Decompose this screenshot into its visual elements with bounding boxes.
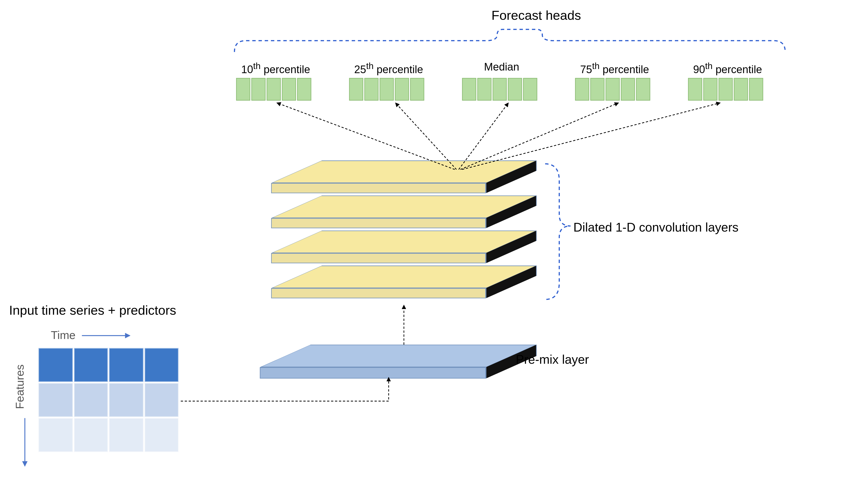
- input-grid: [38, 348, 179, 452]
- forecast-head-cell: [749, 78, 763, 100]
- forecast-head-label: 25th percentile: [343, 61, 434, 76]
- input-grid-cell: [38, 418, 72, 452]
- forecast-head-label: 10th percentile: [230, 61, 321, 76]
- forecast-head-group: [236, 78, 311, 100]
- input-grid-cell: [38, 383, 72, 417]
- dilated-layers-brace: [545, 164, 570, 300]
- forecast-head-cell: [718, 78, 733, 100]
- forecast-head-cell: [236, 78, 250, 100]
- forecast-head-group: [349, 78, 424, 100]
- forecast-head-group: [688, 78, 763, 100]
- forecast-head-cell: [267, 78, 281, 100]
- forecast-head-group: [575, 78, 650, 100]
- forecast-head-cell: [523, 78, 537, 100]
- input-xaxis-label: Time: [51, 329, 75, 342]
- input-grid-cell: [74, 418, 108, 452]
- forecast-head-label: Median: [456, 61, 547, 73]
- input-grid-cell: [144, 383, 178, 417]
- forecast-head-cell: [297, 78, 311, 100]
- forecast-head-cell: [251, 78, 266, 100]
- input-grid-cell: [144, 348, 178, 382]
- input-grid-cell: [144, 418, 178, 452]
- svg-line-3: [461, 103, 619, 170]
- dilated-layers-label: Dilated 1-D convolution layers: [573, 220, 739, 235]
- forecast-heads-brace: [235, 29, 785, 52]
- forecast-head-cell: [410, 78, 424, 100]
- forecast-head-cell: [462, 78, 476, 100]
- forecast-head-cell: [590, 78, 604, 100]
- forecast-head-cell: [734, 78, 748, 100]
- svg-line-4: [462, 103, 720, 170]
- forecast-head-cell: [636, 78, 650, 100]
- input-grid-cell: [74, 348, 108, 382]
- forecast-head-cell: [477, 78, 492, 100]
- forecast-head-group: [462, 78, 537, 100]
- forecast-head-cell: [703, 78, 717, 100]
- forecast-head-label: 90th percentile: [682, 61, 773, 76]
- forecast-head-cell: [282, 78, 296, 100]
- forecast-head-cell: [493, 78, 507, 100]
- input-grid-cell: [74, 383, 108, 417]
- forecast-head-label: 75th percentile: [569, 61, 660, 76]
- input-grid-cell: [38, 348, 72, 382]
- forecast-head-cell: [379, 78, 394, 100]
- input-grid-cell: [109, 348, 143, 382]
- premix-label: Pre-mix layer: [516, 353, 589, 367]
- input-title: Input time series + predictors: [9, 303, 176, 318]
- fanout-arrows: [277, 103, 720, 170]
- forecast-head-cell: [575, 78, 589, 100]
- forecast-head-cell: [508, 78, 522, 100]
- forecast-head-cell: [688, 78, 702, 100]
- forecast-head-cell: [364, 78, 378, 100]
- forecast-head-cell: [621, 78, 635, 100]
- input-grid-cell: [109, 418, 143, 452]
- forecast-head-cell: [395, 78, 409, 100]
- forecast-head-cell: [349, 78, 363, 100]
- svg-line-1: [395, 103, 456, 170]
- input-to-premix-arrow: [181, 377, 389, 401]
- input-grid-cell: [109, 383, 143, 417]
- forecast-head-cell: [606, 78, 620, 100]
- input-yaxis-label: Features: [13, 364, 27, 409]
- svg-line-2: [459, 103, 508, 170]
- forecast-heads-title: Forecast heads: [492, 8, 581, 23]
- svg-line-0: [277, 103, 455, 170]
